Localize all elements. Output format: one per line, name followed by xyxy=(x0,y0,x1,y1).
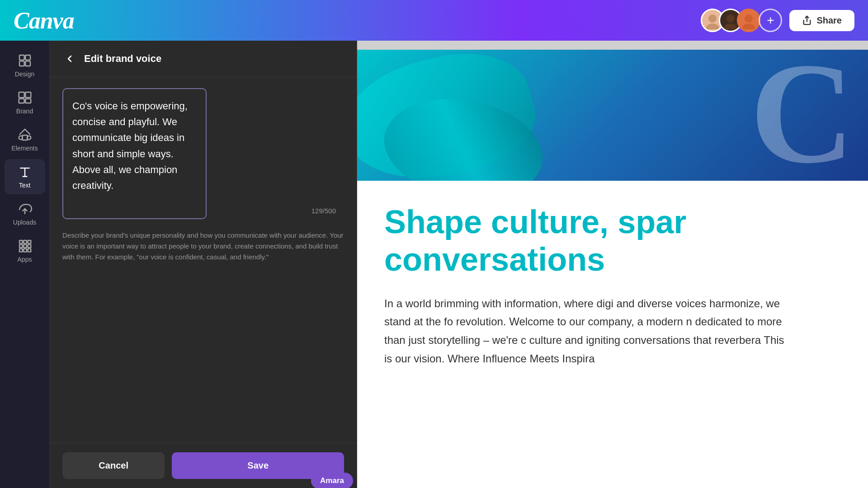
svg-point-5 xyxy=(742,23,755,29)
text-label: Text xyxy=(19,182,31,189)
save-button-wrapper: Save Amara xyxy=(172,452,344,479)
avatar-3 xyxy=(737,9,760,32)
uploads-icon xyxy=(18,202,32,216)
sidebar-item-design[interactable]: Design xyxy=(5,48,45,83)
add-collaborator-button[interactable]: + xyxy=(759,9,782,32)
canva-logo: Canva xyxy=(14,7,74,34)
sidebar: Design Brand Elements xyxy=(0,41,50,488)
collaborators-avatars: + xyxy=(701,9,782,32)
back-arrow-icon xyxy=(64,53,75,64)
canvas-text-area: Shape culture, sparconversations In a wo… xyxy=(357,181,868,488)
svg-rect-24 xyxy=(28,240,31,244)
canvas-page[interactable]: C Shape culture, sparconversations In a … xyxy=(357,50,868,488)
brand-voice-textarea[interactable]: Co's voice is empowering, concise and pl… xyxy=(62,88,207,219)
apps-icon xyxy=(18,239,32,253)
header: Canva + Share xyxy=(0,0,868,41)
canvas-body-text: In a world brimming with information, wh… xyxy=(384,295,791,368)
svg-rect-26 xyxy=(24,244,27,248)
main-layout: Design Brand Elements xyxy=(0,41,868,488)
share-icon xyxy=(802,15,812,25)
svg-rect-12 xyxy=(25,92,31,98)
canvas-area: C Shape culture, sparconversations In a … xyxy=(357,41,868,488)
brand-voice-helper-text: Describe your brand's unique personality… xyxy=(62,230,344,263)
canva-c-watermark: C xyxy=(750,50,854,181)
brand-icon xyxy=(18,90,32,105)
svg-rect-8 xyxy=(25,55,30,60)
svg-rect-10 xyxy=(25,61,30,66)
svg-rect-28 xyxy=(19,249,23,252)
cancel-button[interactable]: Cancel xyxy=(62,452,165,479)
panel-footer: Cancel Save Amara xyxy=(50,443,357,488)
edit-brand-voice-panel: Edit brand voice Co's voice is empowerin… xyxy=(50,41,357,488)
share-label: Share xyxy=(816,15,842,26)
text-icon xyxy=(18,164,32,179)
share-button[interactable]: Share xyxy=(789,10,854,31)
svg-rect-23 xyxy=(24,240,27,244)
panel-title: Edit brand voice xyxy=(84,53,161,65)
sidebar-item-text[interactable]: Text xyxy=(5,159,45,194)
svg-rect-9 xyxy=(19,61,24,66)
svg-rect-7 xyxy=(19,55,24,60)
sidebar-item-apps[interactable]: Apps xyxy=(5,233,45,268)
elements-label: Elements xyxy=(11,145,38,152)
svg-point-2 xyxy=(726,14,735,23)
svg-rect-27 xyxy=(28,244,31,248)
svg-rect-15 xyxy=(22,135,27,140)
svg-rect-14 xyxy=(25,99,31,103)
svg-rect-30 xyxy=(28,249,31,252)
svg-rect-13 xyxy=(19,99,24,103)
elements-icon xyxy=(18,127,32,142)
uploads-label: Uploads xyxy=(13,219,36,226)
sidebar-item-brand[interactable]: Brand xyxy=(5,85,45,120)
back-button[interactable] xyxy=(62,52,77,66)
svg-rect-22 xyxy=(19,240,23,244)
svg-point-1 xyxy=(706,23,719,29)
svg-point-3 xyxy=(724,23,737,29)
apps-label: Apps xyxy=(18,256,32,263)
amara-user-badge: Amara xyxy=(311,473,353,488)
canvas-hero-image: C xyxy=(357,50,868,181)
char-count: 129/500 xyxy=(311,207,336,215)
panel-content: Co's voice is empowering, concise and pl… xyxy=(50,77,357,443)
canvas-gap-top xyxy=(357,41,868,50)
svg-point-4 xyxy=(745,14,753,23)
sidebar-item-elements[interactable]: Elements xyxy=(5,122,45,157)
header-right: + Share xyxy=(701,9,854,32)
svg-point-0 xyxy=(708,14,717,23)
panel-header: Edit brand voice xyxy=(50,41,357,77)
svg-rect-11 xyxy=(19,92,24,98)
design-icon xyxy=(18,53,32,68)
svg-rect-25 xyxy=(19,244,23,248)
svg-point-16 xyxy=(19,136,22,140)
svg-rect-29 xyxy=(24,249,27,252)
design-label: Design xyxy=(15,70,35,78)
canvas-headline: Shape culture, sparconversations xyxy=(384,203,841,278)
svg-point-17 xyxy=(27,136,31,140)
brand-voice-textarea-wrapper: Co's voice is empowering, concise and pl… xyxy=(62,88,344,221)
sidebar-item-uploads[interactable]: Uploads xyxy=(5,196,45,231)
brand-label: Brand xyxy=(16,108,33,115)
